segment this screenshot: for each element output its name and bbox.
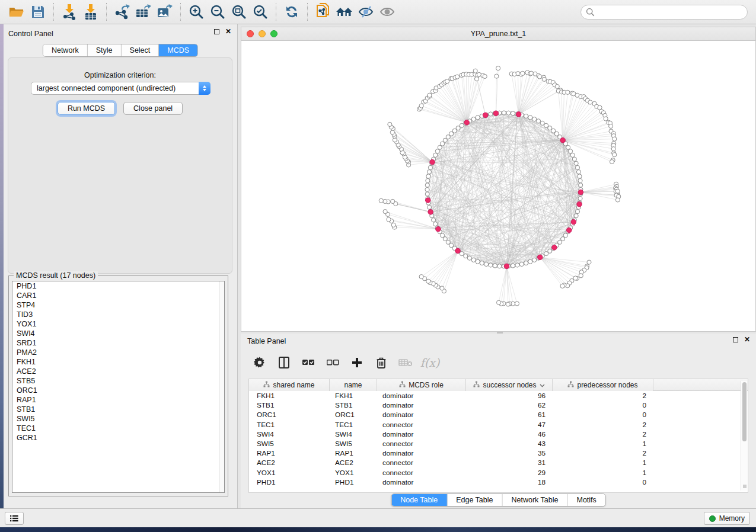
zoom-out-icon[interactable] xyxy=(208,2,228,22)
column-header-name[interactable]: name xyxy=(330,379,377,391)
tab-network-table[interactable]: Network Table xyxy=(503,494,568,506)
close-table-panel-icon[interactable]: ✕ xyxy=(744,337,750,342)
table-row[interactable]: ORC1ORC1dominator610 xyxy=(249,410,748,419)
close-window-icon[interactable] xyxy=(247,30,254,37)
search-icon xyxy=(586,8,595,17)
criterion-select[interactable]: largest connected component (undirected) xyxy=(31,82,210,95)
table-row[interactable]: YOX1YOX1connector291 xyxy=(249,468,748,477)
network-file-icon[interactable] xyxy=(313,2,333,22)
zoom-in-icon[interactable] xyxy=(186,2,206,22)
refresh-icon[interactable] xyxy=(282,2,302,22)
table-row[interactable]: ACE2ACE2connector311 xyxy=(249,458,748,467)
table-row[interactable]: SWI5SWI5connector431 xyxy=(249,439,748,448)
export-image-icon[interactable] xyxy=(155,2,175,22)
minimize-window-icon[interactable] xyxy=(259,30,266,37)
mcds-list-scrollbar[interactable] xyxy=(219,281,224,492)
column-header-predecessor-nodes[interactable]: predecessor nodes xyxy=(553,379,653,391)
mcds-result-list[interactable]: PHD1CAR1STP4TID3YOX1SWI4SRD1PMA2FKH1ACE2… xyxy=(12,281,225,493)
close-panel-icon[interactable]: ✕ xyxy=(225,29,231,34)
list-item[interactable]: TEC1 xyxy=(12,424,224,433)
list-item[interactable]: PHD1 xyxy=(12,281,224,291)
home-icon[interactable] xyxy=(334,2,355,22)
list-item[interactable]: ACE2 xyxy=(12,367,224,376)
tab-network[interactable]: Network xyxy=(43,44,88,56)
tab-node-table[interactable]: Node Table xyxy=(391,494,447,506)
settings-gear-icon[interactable] xyxy=(253,355,267,370)
columns-icon[interactable] xyxy=(277,355,291,370)
list-item[interactable]: STP4 xyxy=(12,300,224,310)
search-box[interactable] xyxy=(580,5,748,20)
table-scroll-corner xyxy=(743,485,747,488)
select-all-icon[interactable] xyxy=(301,355,315,370)
list-item[interactable]: TID3 xyxy=(12,310,224,319)
import-network-icon[interactable] xyxy=(59,2,79,22)
cell-MCDS-role: connector xyxy=(377,421,466,429)
delete-icon[interactable] xyxy=(374,355,388,370)
cell-shared-name: SWI4 xyxy=(249,430,330,438)
mcds-result-items: PHD1CAR1STP4TID3YOX1SWI4SRD1PMA2FKH1ACE2… xyxy=(12,281,224,443)
export-network-icon[interactable] xyxy=(112,2,132,22)
cell-shared-name: STB1 xyxy=(249,401,330,409)
table-row[interactable]: TEC1TEC1connector472 xyxy=(249,420,748,430)
tab-edge-table[interactable]: Edge Table xyxy=(447,494,502,506)
table-scrollbar[interactable] xyxy=(741,381,747,491)
list-item[interactable]: STB1 xyxy=(12,405,224,414)
export-table-icon[interactable] xyxy=(133,2,154,22)
list-item[interactable]: FKH1 xyxy=(12,357,224,367)
list-item[interactable]: STB5 xyxy=(12,376,224,386)
list-item[interactable]: SRD1 xyxy=(12,338,224,348)
list-item[interactable]: YOX1 xyxy=(12,319,224,329)
list-item[interactable]: CAR1 xyxy=(12,291,224,300)
deselect-all-icon[interactable] xyxy=(326,355,340,370)
list-item[interactable]: SWI4 xyxy=(12,329,224,338)
list-item[interactable]: RAP1 xyxy=(12,395,224,405)
column-header-successor-nodes[interactable]: successor nodes xyxy=(466,379,553,391)
run-mcds-button[interactable]: Run MCDS xyxy=(58,102,115,115)
search-input[interactable] xyxy=(595,8,737,17)
network-window: YPA_prune.txt_1 xyxy=(241,27,756,332)
list-item[interactable]: SWI5 xyxy=(12,414,224,424)
table-row[interactable]: PHD1PHD1dominator180 xyxy=(249,477,748,487)
mcds-result-title: MCDS result (17 nodes) xyxy=(14,271,98,280)
tab-motifs[interactable]: Motifs xyxy=(567,494,605,506)
network-canvas[interactable] xyxy=(241,41,755,331)
memory-button[interactable]: Memory xyxy=(704,512,750,525)
table-row[interactable]: RAP1RAP1dominator352 xyxy=(249,448,748,458)
close-panel-button[interactable]: Close panel xyxy=(123,102,183,115)
save-session-icon[interactable] xyxy=(28,2,48,22)
list-item[interactable]: ORC1 xyxy=(12,386,224,395)
show-details-icon[interactable] xyxy=(377,2,397,22)
main-toolbar xyxy=(0,0,756,24)
list-item[interactable]: PMA2 xyxy=(12,348,224,357)
cell-MCDS-role: dominator xyxy=(377,392,466,400)
column-header-MCDS-role[interactable]: MCDS role xyxy=(377,379,466,391)
cell-MCDS-role: connector xyxy=(377,459,466,467)
zoom-selected-icon[interactable] xyxy=(250,2,270,22)
tab-select[interactable]: Select xyxy=(122,44,160,56)
cell-successor-nodes: 31 xyxy=(466,459,553,467)
task-history-button[interactable] xyxy=(5,512,24,525)
column-header-shared-name[interactable]: shared name xyxy=(249,379,330,391)
network-window-titlebar[interactable]: YPA_prune.txt_1 xyxy=(241,27,755,41)
float-panel-icon[interactable] xyxy=(214,29,219,34)
import-table-icon[interactable] xyxy=(81,2,101,22)
table-row[interactable]: SWI4SWI4dominator462 xyxy=(249,430,748,439)
cell-shared-name: YOX1 xyxy=(249,469,330,477)
table-row[interactable]: FKH1FKH1dominator962 xyxy=(249,391,748,400)
hide-details-icon[interactable] xyxy=(356,2,376,22)
toolbar-separator xyxy=(276,3,276,21)
list-item[interactable]: GCR1 xyxy=(12,433,224,443)
hierarchy-icon xyxy=(473,381,480,389)
table-scrollbar-thumb[interactable] xyxy=(742,382,747,441)
float-table-panel-icon[interactable] xyxy=(733,337,738,342)
add-icon[interactable] xyxy=(350,355,364,370)
cell-MCDS-role: dominator xyxy=(377,449,466,457)
cell-name: ACE2 xyxy=(330,459,377,467)
open-folder-icon[interactable] xyxy=(7,2,27,22)
table-row[interactable]: STB1STB1dominator620 xyxy=(249,400,748,410)
tab-mcds[interactable]: MCDS xyxy=(159,44,197,56)
zoom-fit-icon[interactable] xyxy=(229,2,249,22)
cell-name: STB1 xyxy=(330,401,377,409)
maximize-window-icon[interactable] xyxy=(270,30,277,37)
tab-style[interactable]: Style xyxy=(88,44,122,56)
